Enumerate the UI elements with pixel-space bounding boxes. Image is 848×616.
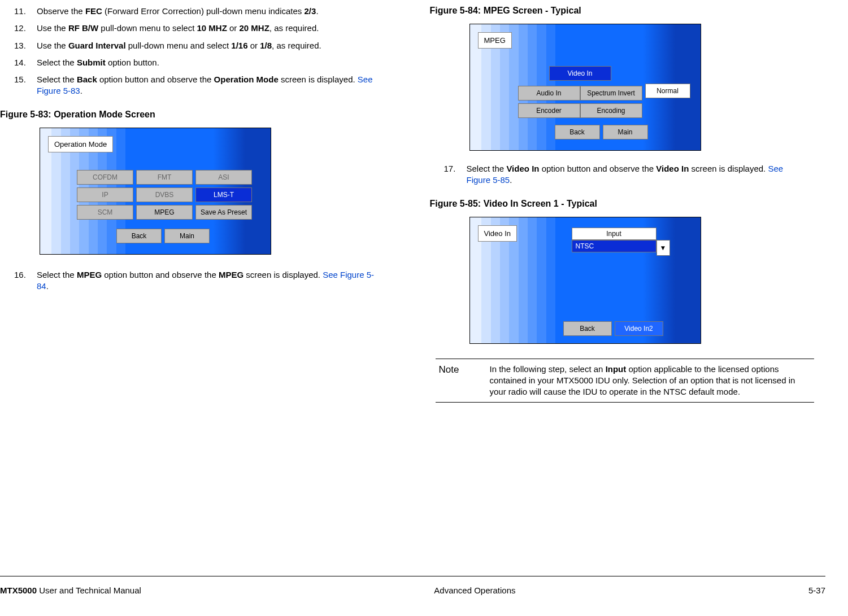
step-16: 16. Select the MPEG option button and ob… [0,269,396,292]
mpeg-button[interactable]: MPEG [136,205,193,220]
asi-button[interactable]: ASI [195,170,252,185]
fig83-screen: Operation Mode COFDMFMTASIIPDVBSLMS-TSCM… [40,128,271,255]
fig84-screen: MPEG Video In Audio In Spectrum Invert E… [469,24,701,151]
spectrum-invert-button[interactable]: Spectrum Invert [580,86,642,101]
cofdm-button[interactable]: COFDM [77,170,133,185]
fig85-caption: Figure 5-85: Video In Screen 1 - Typical [430,199,826,209]
steps-left: 11.Observe the FEC (Forward Error Correc… [0,6,396,97]
chevron-down-icon[interactable]: ▼ [656,240,670,256]
step-body: Select the Submit option button. [37,57,396,68]
main-button[interactable]: Main [164,229,210,243]
audio-in-button[interactable]: Audio In [518,86,580,101]
scm-button[interactable]: SCM [77,205,133,220]
note-block: Note In the following step, select an In… [436,359,815,403]
step: 14.Select the Submit option button. [0,57,396,68]
video-in-button[interactable]: Video In [549,66,611,81]
back-button[interactable]: Back [555,125,600,139]
page-footer: MTX5000 User and Technical Manual Advanc… [0,576,848,595]
footer-right: 5-37 [808,586,825,595]
footer-left: MTX5000 User and Technical Manual [0,586,141,595]
fig83-caption: Figure 5-83: Operation Mode Screen [0,110,396,120]
step-num: 14. [0,57,37,68]
step: 15.Select the Back option button and obs… [0,74,396,97]
step: 11.Observe the FEC (Forward Error Correc… [0,6,396,17]
back-button[interactable]: Back [563,321,612,336]
step-body: Observe the FEC (Forward Error Correctio… [37,6,396,17]
footer-center: Advanced Operations [434,586,515,595]
step-num: 17. [430,163,467,186]
normal-button[interactable]: Normal [645,84,690,98]
lms-t-button[interactable]: LMS-T [195,187,252,202]
step-num: 16. [0,269,37,292]
ip-button[interactable]: IP [77,187,133,202]
step-body: Use the Guard Interval pull-down menu an… [37,40,396,51]
step: 12. Use the RF B/W pull-down menu to sel… [0,23,396,34]
step-body: Select the MPEG option button and observ… [37,269,396,292]
step-num: 12. [0,23,37,34]
step: 13.Use the Guard Interval pull-down menu… [0,40,396,51]
note-label: Note [439,364,490,398]
step-body: Use the RF B/W pull-down menu to select … [37,23,396,34]
fig85-screen: Video In Input NTSC ▼ BackVideo In2 [469,217,701,344]
input-label: Input [572,228,656,240]
fmt-button[interactable]: FMT [136,170,193,185]
dvbs-button[interactable]: DVBS [136,187,193,202]
encoder-button[interactable]: Encoder [518,103,580,118]
back-button[interactable]: Back [116,229,162,243]
main-button[interactable]: Main [603,125,648,139]
encoding-button[interactable]: Encoding [580,103,642,118]
fig84-title: MPEG [478,32,512,49]
fig84-caption: Figure 5-84: MPEG Screen - Typical [430,6,826,16]
fig83-title: Operation Mode [48,136,113,152]
step-num: 15. [0,74,37,97]
step-17: 17. Select the Video In option button an… [430,163,826,186]
step-num: 13. [0,40,37,51]
step-num: 11. [0,6,37,17]
input-dropdown[interactable]: NTSC [572,240,656,252]
step-body: Select the Back option button and observ… [37,74,396,97]
step-body: Select the Video In option button and ob… [467,163,826,186]
note-body: In the following step, select an Input o… [490,364,811,398]
fig85-title: Video In [478,225,517,242]
save-as-preset-button[interactable]: Save As Preset [195,205,252,220]
video-in2-button[interactable]: Video In2 [615,321,663,336]
